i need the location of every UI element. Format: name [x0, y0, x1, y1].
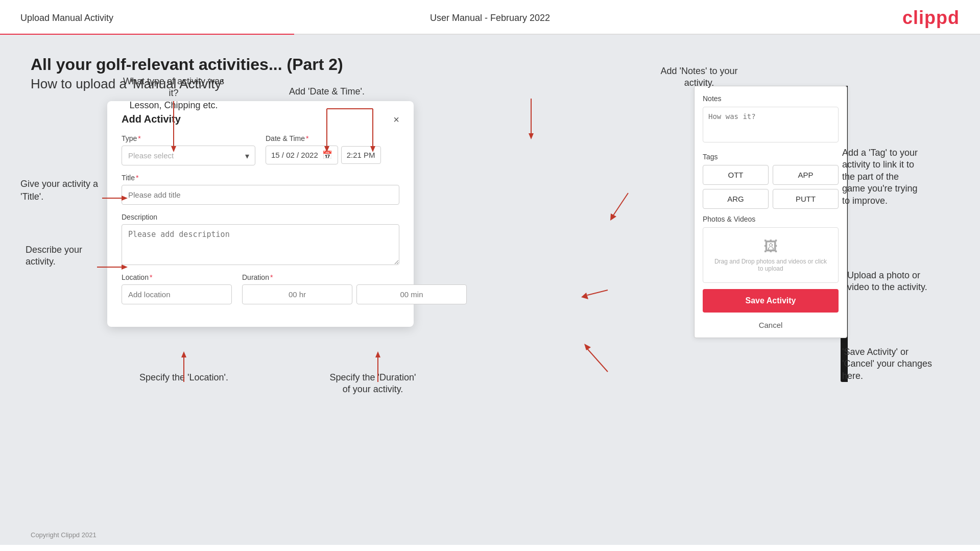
page-title: All your golf-relevant activities... (Pa…: [31, 55, 949, 74]
phone-panel: Notes Tags OTT APP ARG PUTT Photos & Vid…: [694, 86, 847, 338]
svg-line-19: [613, 193, 628, 216]
footer: Copyright Clippd 2021: [31, 531, 97, 539]
main-content: All your golf-relevant activities... (Pa…: [0, 35, 980, 545]
location-label: Location*: [122, 273, 232, 281]
annotation-activity-type: What type of activity was it?Lesson, Chi…: [117, 76, 230, 111]
tag-putt[interactable]: PUTT: [773, 189, 839, 209]
duration-min-input[interactable]: [356, 284, 467, 304]
add-activity-modal: Add Activity × Type* Please select Date …: [107, 101, 414, 327]
annotation-location: Specify the 'Location'.: [128, 372, 240, 384]
modal-title: Add Activity: [122, 113, 181, 125]
title-input[interactable]: [122, 185, 399, 205]
modal-close-button[interactable]: ×: [393, 114, 399, 125]
annotation-duration: Specify the 'Duration'of your activity.: [312, 372, 434, 396]
date-input[interactable]: 15 / 02 / 2022 📅: [266, 146, 338, 164]
photos-section: Photos & Videos 🖼 Drag and Drop photos a…: [695, 215, 847, 289]
duration-inputs: [242, 284, 467, 304]
manual-label: User Manual - February 2022: [430, 13, 550, 23]
svg-marker-20: [610, 213, 616, 221]
photos-label: Photos & Videos: [703, 215, 839, 223]
type-label: Type*: [122, 134, 255, 142]
svg-marker-15: [375, 351, 380, 357]
time-input[interactable]: 2:21 PM: [341, 146, 381, 164]
annotation-tag: Add a 'Tag' to youractivity to link it t…: [842, 147, 965, 207]
svg-line-23: [587, 349, 608, 372]
photo-hint: Drag and Drop photos and videos or click…: [713, 258, 828, 272]
annotation-save: 'Save Activity' or'Cancel' your changesh…: [842, 346, 965, 382]
notes-textarea[interactable]: [703, 107, 839, 142]
notes-section: Notes: [695, 86, 847, 153]
logo: clippd: [902, 7, 960, 29]
date-time-group: 15 / 02 / 2022 📅 2:21 PM: [266, 146, 399, 164]
duration-hr-input[interactable]: [242, 284, 352, 304]
annotation-date-time: Add 'Date & Time'.: [276, 86, 378, 98]
tag-arg[interactable]: ARG: [703, 189, 769, 209]
annotation-notes: Add 'Notes' to youractivity.: [648, 65, 750, 89]
duration-label: Duration*: [242, 273, 467, 281]
datetime-label: Date & Time*: [266, 134, 399, 142]
svg-marker-22: [581, 293, 588, 299]
location-group: Location*: [122, 273, 232, 304]
tags-grid: OTT APP ARG PUTT: [703, 165, 839, 209]
description-textarea[interactable]: [122, 224, 399, 265]
location-duration-row: Location* Duration*: [122, 273, 399, 304]
tag-app[interactable]: APP: [773, 165, 839, 185]
type-group: Type* Please select: [122, 134, 255, 165]
svg-line-21: [587, 290, 608, 295]
annotation-upload: Upload a photo orvideo to the activity.: [847, 270, 965, 294]
photo-dropzone[interactable]: 🖼 Drag and Drop photos and videos or cli…: [703, 227, 839, 283]
tag-ott[interactable]: OTT: [703, 165, 769, 185]
title-label: Title*: [122, 174, 399, 182]
duration-group: Duration*: [242, 273, 467, 304]
type-select[interactable]: Please select: [122, 146, 255, 165]
datetime-group: Date & Time* 15 / 02 / 2022 📅 2:21 PM: [266, 134, 399, 165]
annotation-describe: Describe youractivity.: [26, 244, 102, 268]
svg-marker-18: [529, 133, 534, 139]
save-activity-button[interactable]: Save Activity: [703, 289, 839, 313]
description-group: Description: [122, 213, 399, 265]
type-date-row: Type* Please select Date & Time* 15 / 02…: [122, 134, 399, 165]
annotation-title: Give your activity a'Title'.: [20, 178, 102, 203]
top-bar: Upload Manual Activity User Manual - Feb…: [0, 0, 980, 34]
modal-header: Add Activity ×: [122, 113, 399, 125]
photo-icon: 🖼: [713, 238, 828, 255]
location-input[interactable]: [122, 284, 232, 304]
cancel-link[interactable]: Cancel: [695, 317, 847, 338]
page-label: Upload Manual Activity: [20, 13, 113, 23]
notes-label: Notes: [703, 94, 839, 103]
type-select-wrapper[interactable]: Please select: [122, 146, 255, 165]
calendar-icon: 📅: [322, 150, 332, 160]
svg-marker-24: [584, 344, 591, 350]
tags-label: Tags: [703, 153, 839, 161]
svg-marker-12: [181, 351, 186, 357]
tags-section: Tags OTT APP ARG PUTT: [695, 153, 847, 215]
description-label: Description: [122, 213, 399, 221]
title-group: Title*: [122, 174, 399, 205]
